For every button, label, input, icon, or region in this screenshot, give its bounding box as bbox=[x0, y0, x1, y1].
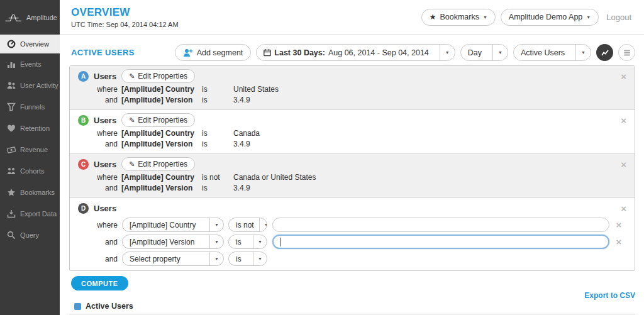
bar-chart-icon bbox=[7, 60, 16, 69]
property-select-value: [Amplitude] Country bbox=[123, 221, 204, 229]
property-value: 3.4.9 bbox=[233, 95, 250, 106]
chart-legend: Active Users bbox=[69, 302, 635, 314]
sidebar-item-revenue[interactable]: Revenue bbox=[0, 139, 60, 160]
segment-a: A Users ✎ Edit Properties × where [Ampli… bbox=[70, 66, 635, 110]
sidebar-item-export-data[interactable]: Export Data bbox=[0, 203, 60, 224]
interval-value: Day bbox=[468, 48, 482, 57]
list-view-icon bbox=[623, 49, 631, 57]
sidebar-item-query[interactable]: Query bbox=[0, 224, 60, 246]
property-select[interactable]: [Amplitude] Country ▼ bbox=[122, 218, 224, 232]
property-row: where [Amplitude] Country is Canada bbox=[78, 128, 628, 139]
metric-arrow[interactable]: ▼ bbox=[575, 45, 591, 60]
value-input-focused[interactable] bbox=[272, 235, 609, 249]
compute-button[interactable]: COMPUTE bbox=[71, 276, 128, 290]
sidebar-item-user-activity[interactable]: User Activity bbox=[0, 75, 60, 96]
sidebar-item-cohorts[interactable]: Cohorts bbox=[0, 160, 60, 182]
amplitude-wave-icon bbox=[4, 11, 23, 25]
table-view-button[interactable] bbox=[618, 44, 635, 61]
select-arrow: ▼ bbox=[209, 235, 223, 248]
value-input[interactable] bbox=[272, 218, 609, 232]
conjunction: where bbox=[78, 172, 118, 183]
bookmarks-dropdown[interactable]: ★ Bookmarks ▼ bbox=[421, 9, 496, 26]
segment-a-header: A Users ✎ Edit Properties × bbox=[78, 69, 628, 83]
metric-main: Active Users bbox=[514, 48, 572, 57]
sidebar-item-label: Overview bbox=[20, 40, 49, 48]
property-select[interactable]: Select property ▼ bbox=[122, 251, 224, 266]
gauge-icon bbox=[7, 40, 16, 48]
operator: is bbox=[202, 95, 233, 106]
add-segment-button[interactable]: Add segment bbox=[175, 44, 252, 61]
date-range-dropdown[interactable]: Last 30 Days: Aug 06, 2014 - Sep 04, 201… bbox=[256, 44, 455, 61]
operator-select[interactable]: is not ▼ bbox=[228, 218, 267, 232]
sidebar-item-bookmarks[interactable]: Bookmarks bbox=[0, 182, 60, 203]
chevron-down-icon: ▼ bbox=[498, 50, 502, 55]
funnel-icon bbox=[7, 102, 16, 111]
editor-row-where: where [Amplitude] Country ▼ is not ▼ × bbox=[78, 218, 628, 232]
line-chart-view-button[interactable] bbox=[596, 44, 613, 61]
sidebar-item-retention[interactable]: Retention bbox=[0, 118, 60, 139]
property-value: United States bbox=[233, 84, 279, 95]
property-value: 3.4.9 bbox=[233, 183, 250, 194]
close-icon[interactable]: × bbox=[619, 72, 628, 81]
property-name: [Amplitude] Country bbox=[121, 84, 201, 95]
interval-main: Day bbox=[461, 48, 489, 57]
segment-d-header: D Users × bbox=[78, 201, 628, 215]
metric-value: Active Users bbox=[521, 48, 565, 57]
property-select[interactable]: [Amplitude] Version ▼ bbox=[122, 235, 224, 249]
brand-name: Amplitude bbox=[26, 14, 57, 21]
operator: is bbox=[202, 183, 233, 194]
logout-link[interactable]: Logout bbox=[606, 13, 631, 22]
export-csv-link[interactable]: Export to CSV bbox=[584, 291, 635, 300]
app-window: Amplitude Overview Events bbox=[0, 0, 644, 315]
operator: is not bbox=[202, 172, 233, 183]
remove-row-icon[interactable]: × bbox=[609, 219, 628, 230]
sidebar-item-label: Query bbox=[20, 231, 39, 239]
sidebar-item-label: Revenue bbox=[20, 146, 48, 153]
property-row: and [Amplitude] Version is 3.4.9 bbox=[78, 183, 628, 194]
chevron-down-icon: ▼ bbox=[214, 223, 219, 227]
text-cursor bbox=[280, 238, 280, 246]
app-selector-dropdown[interactable]: Amplitude Demo App ▼ bbox=[501, 9, 599, 26]
close-icon[interactable]: × bbox=[619, 204, 628, 213]
metric-dropdown[interactable]: Active Users ▼ bbox=[513, 44, 591, 61]
segment-title: Users bbox=[94, 160, 116, 169]
interval-arrow[interactable]: ▼ bbox=[492, 45, 508, 60]
interval-dropdown[interactable]: Day ▼ bbox=[460, 44, 508, 61]
close-icon[interactable]: × bbox=[619, 160, 628, 169]
export-row: Export to CSV bbox=[69, 291, 635, 300]
page-title: OVERVIEW bbox=[71, 6, 179, 19]
segment-badge: A bbox=[78, 71, 89, 82]
conjunction: and bbox=[78, 238, 118, 246]
property-name: [Amplitude] Version bbox=[121, 95, 201, 106]
operator-select[interactable]: is ▼ bbox=[228, 235, 267, 249]
property-name: [Amplitude] Country bbox=[121, 172, 201, 183]
segment-b-header: B Users ✎ Edit Properties × bbox=[78, 113, 628, 127]
edit-properties-button[interactable]: ✎ Edit Properties bbox=[121, 113, 195, 127]
legend-label: Active Users bbox=[86, 302, 133, 311]
line-chart-icon bbox=[601, 48, 609, 57]
remove-row-icon[interactable]: × bbox=[609, 236, 628, 247]
edit-properties-label: Edit Properties bbox=[138, 116, 187, 124]
bookmarks-label: Bookmarks bbox=[440, 13, 479, 21]
chevron-down-icon: ▼ bbox=[214, 257, 219, 261]
operator: is bbox=[202, 128, 233, 139]
sidebar-item-events[interactable]: Events bbox=[0, 53, 60, 75]
segment-d-editor: D Users × where [Amplitude] Country ▼ is… bbox=[70, 198, 635, 270]
content: ACTIVE USERS Add segment bbox=[60, 35, 644, 315]
chevron-down-icon: ▼ bbox=[483, 15, 487, 19]
sidebar-item-label: Cohorts bbox=[20, 167, 45, 175]
title-block: OVERVIEW UTC Time: Sep 04, 2014 04:12 AM bbox=[71, 6, 179, 28]
close-icon[interactable]: × bbox=[619, 116, 628, 125]
segment-b-rows: where [Amplitude] Country is Canada and … bbox=[78, 128, 628, 149]
app-name: Amplitude Demo App bbox=[509, 13, 582, 21]
sidebar-item-funnels[interactable]: Funnels bbox=[0, 96, 60, 118]
date-range-arrow[interactable]: ▼ bbox=[440, 45, 455, 60]
conjunction: and bbox=[78, 139, 118, 150]
legend-swatch[interactable] bbox=[74, 303, 81, 310]
operator-select[interactable]: is ▼ bbox=[228, 251, 267, 266]
edit-properties-button[interactable]: ✎ Edit Properties bbox=[121, 69, 195, 83]
edit-properties-button[interactable]: ✎ Edit Properties bbox=[121, 157, 195, 171]
sidebar-item-overview[interactable]: Overview bbox=[0, 35, 60, 53]
operator: is bbox=[202, 84, 233, 95]
amplitude-logo: Amplitude bbox=[0, 0, 60, 35]
